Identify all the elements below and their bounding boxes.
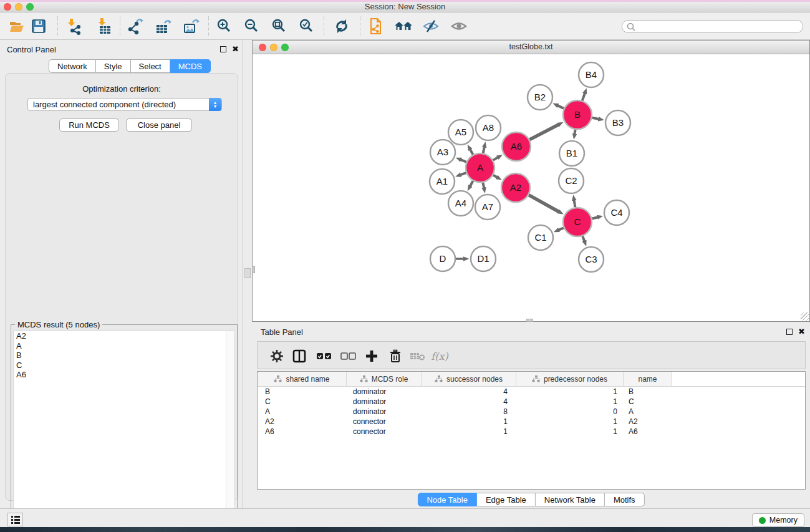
column-header-name[interactable]: name xyxy=(624,372,672,386)
graph-edge-A-A7[interactable] xyxy=(483,183,484,188)
save-session-button[interactable] xyxy=(28,17,49,36)
table-row[interactable]: A2connector11A2 xyxy=(258,417,805,427)
tab-node-table[interactable]: Node Table xyxy=(417,493,477,506)
graph-edge-A-A3[interactable] xyxy=(461,160,466,162)
graph-node-B4[interactable]: B4 xyxy=(579,62,604,87)
result-scrollbar[interactable] xyxy=(226,331,234,527)
tab-mcds[interactable]: MCDS xyxy=(170,59,211,73)
graph-edge-B-B2[interactable] xyxy=(557,105,564,109)
close-panel-icon[interactable]: ✖ xyxy=(232,44,239,54)
graph-node-C3[interactable]: C3 xyxy=(579,247,604,272)
import-table-button[interactable] xyxy=(93,17,114,36)
graph-edge-A6-B[interactable] xyxy=(529,125,559,140)
show-all-button[interactable] xyxy=(448,17,470,36)
function-builder-button[interactable]: f(x) xyxy=(430,347,450,365)
window-resize-grip[interactable] xyxy=(801,312,809,321)
graph-edge-C-C2[interactable] xyxy=(574,200,576,208)
graph-node-B1[interactable]: B1 xyxy=(559,141,584,166)
mcds-result-item[interactable]: A2 xyxy=(14,331,234,341)
show-panels-button[interactable] xyxy=(7,513,23,526)
open-session-button[interactable] xyxy=(6,17,27,36)
panel-divider-handle[interactable] xyxy=(244,268,251,278)
graph-edge-A2-C[interactable] xyxy=(529,195,559,212)
graph-edge-B-B3[interactable] xyxy=(592,118,599,119)
table-row[interactable]: Adominator80A xyxy=(258,407,805,417)
export-network-button[interactable] xyxy=(125,17,146,36)
graph-edge-A-A2[interactable] xyxy=(493,175,497,178)
column-header-shared-name[interactable]: shared name xyxy=(258,372,347,386)
search-input[interactable] xyxy=(636,22,803,32)
graph-node-C4[interactable]: C4 xyxy=(604,200,629,225)
delete-table-button[interactable] xyxy=(408,347,428,365)
show-columns-button[interactable] xyxy=(289,347,309,365)
graph-node-A7[interactable]: A7 xyxy=(475,195,500,220)
network-window-titlebar[interactable]: testGlobe.txt xyxy=(253,41,809,54)
tab-edge-table[interactable]: Edge Table xyxy=(477,493,536,506)
refresh-button[interactable] xyxy=(331,17,352,36)
graph-node-B2[interactable]: B2 xyxy=(528,85,552,110)
network-minimize-button[interactable] xyxy=(270,44,277,51)
mcds-result-item[interactable]: A xyxy=(14,341,234,351)
graph-node-C1[interactable]: C1 xyxy=(528,225,553,250)
graph-node-C2[interactable]: C2 xyxy=(559,168,584,193)
export-table-button[interactable] xyxy=(153,17,174,36)
hide-selected-button[interactable] xyxy=(420,17,441,36)
graph-edge-C-C1[interactable] xyxy=(559,228,564,230)
graph-node-A3[interactable]: A3 xyxy=(430,140,455,165)
column-header-MCDS-role[interactable]: MCDS role xyxy=(347,372,422,386)
tab-select[interactable]: Select xyxy=(131,59,170,73)
graph-edge-B-B1[interactable] xyxy=(574,130,575,135)
graph-edge-A-A8[interactable] xyxy=(483,147,485,153)
graph-edge-A-A1[interactable] xyxy=(460,173,466,175)
network-from-document-button[interactable] xyxy=(365,17,387,36)
graph-edge-B-B4[interactable] xyxy=(582,93,585,100)
zoom-selected-button[interactable] xyxy=(296,17,317,36)
mcds-result-item[interactable]: C xyxy=(14,360,234,370)
first-neighbors-button[interactable] xyxy=(393,17,414,36)
graph-node-A[interactable]: A xyxy=(466,153,494,182)
deselect-all-button[interactable] xyxy=(339,347,359,365)
graph-edge-C-C3[interactable] xyxy=(582,236,584,241)
mcds-result-item[interactable]: A6 xyxy=(14,370,234,380)
column-header-predecessor-nodes[interactable]: predecessor nodes xyxy=(516,372,624,386)
graph-edge-C-C4[interactable] xyxy=(592,217,597,218)
maximize-window-button[interactable] xyxy=(26,3,34,11)
graph-edge-A-A5[interactable] xyxy=(470,149,473,155)
graph-node-A8[interactable]: A8 xyxy=(476,115,501,140)
export-image-button[interactable] xyxy=(181,17,202,36)
optimization-criterion-select[interactable]: largest connected component (directed) ▲… xyxy=(27,98,222,111)
minimize-window-button[interactable] xyxy=(15,3,22,11)
gear-button[interactable] xyxy=(267,347,287,365)
table-row[interactable]: A6connector11A6 xyxy=(258,427,805,437)
graph-edge-A-A4[interactable] xyxy=(470,181,473,186)
run-mcds-button[interactable]: Run MCDS xyxy=(59,118,119,132)
tab-motifs[interactable]: Motifs xyxy=(605,493,645,506)
float-panel-icon[interactable] xyxy=(786,329,793,335)
graph-node-A1[interactable]: A1 xyxy=(430,169,455,194)
select-all-button[interactable] xyxy=(314,347,334,365)
close-panel-icon[interactable]: ✖ xyxy=(798,327,805,336)
table-row[interactable]: Bdominator41B xyxy=(258,387,805,397)
float-panel-icon[interactable] xyxy=(220,46,226,52)
delete-column-button[interactable] xyxy=(385,347,405,365)
column-header-successor-nodes[interactable]: successor nodes xyxy=(422,372,516,386)
graph-node-B[interactable]: B xyxy=(563,100,592,129)
zoom-out-button[interactable] xyxy=(241,17,263,36)
close-panel-button[interactable]: Close panel xyxy=(126,118,192,132)
import-network-button[interactable] xyxy=(63,17,84,36)
network-canvas[interactable]: AA1A2A3A4A5A6A7A8BB1B2B3B4CC1C2C3C4DD1 xyxy=(253,54,809,321)
graph-node-A5[interactable]: A5 xyxy=(448,120,473,145)
graph-node-C[interactable]: C xyxy=(563,208,592,236)
graph-edge-A-A6[interactable] xyxy=(493,157,498,160)
zoom-fit-button[interactable] xyxy=(269,17,290,36)
add-column-button[interactable] xyxy=(362,347,382,365)
canvas-left-tab[interactable] xyxy=(252,266,255,273)
graph-node-A6[interactable]: A6 xyxy=(502,132,531,161)
graph-node-A2[interactable]: A2 xyxy=(501,173,530,202)
graph-node-D[interactable]: D xyxy=(430,246,455,271)
close-window-button[interactable] xyxy=(4,3,11,11)
mcds-result-item[interactable]: B xyxy=(14,351,234,360)
memory-button[interactable]: Memory xyxy=(752,513,804,527)
tab-network-table[interactable]: Network Table xyxy=(536,493,605,506)
mcds-result-list[interactable]: A2ABCA6 xyxy=(13,331,235,528)
